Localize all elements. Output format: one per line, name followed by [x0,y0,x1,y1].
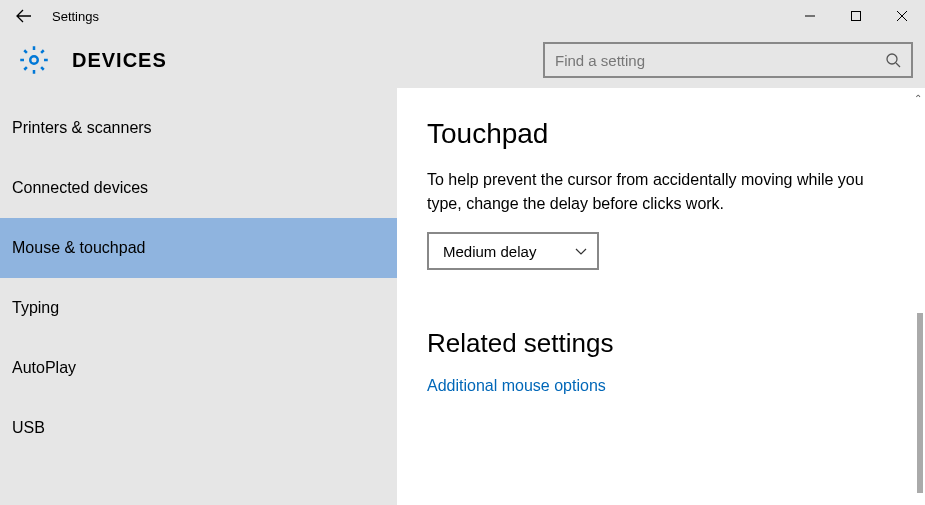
svg-rect-0 [852,12,861,21]
gear-icon [19,45,49,75]
sidebar-item-label: USB [12,419,45,437]
search-icon [885,52,901,68]
minimize-icon [805,11,815,21]
sidebar: Printers & scanners Connected devices Mo… [0,88,397,505]
sidebar-item-usb[interactable]: USB [0,398,397,458]
page-title: DEVICES [72,49,167,72]
sidebar-item-connected-devices[interactable]: Connected devices [0,158,397,218]
delay-dropdown[interactable]: Medium delay [427,232,599,270]
section-description: To help prevent the cursor from accident… [427,168,867,216]
sidebar-item-mouse-touchpad[interactable]: Mouse & touchpad [0,218,397,278]
scroll-up-arrow-icon[interactable]: ⌃ [914,93,922,104]
sidebar-item-typing[interactable]: Typing [0,278,397,338]
maximize-button[interactable] [833,0,879,32]
search-input[interactable] [555,52,885,69]
window-title: Settings [52,9,99,24]
additional-mouse-options-link[interactable]: Additional mouse options [427,377,895,395]
sidebar-item-label: AutoPlay [12,359,76,377]
related-settings-title: Related settings [427,328,895,359]
scrollbar-thumb[interactable] [917,313,923,493]
sidebar-item-label: Connected devices [12,179,148,197]
sidebar-item-printers[interactable]: Printers & scanners [0,98,397,158]
dropdown-value: Medium delay [443,243,536,260]
sidebar-item-label: Mouse & touchpad [12,239,145,257]
close-icon [897,11,907,21]
maximize-icon [851,11,861,21]
content-pane: Touchpad To help prevent the cursor from… [397,88,925,505]
svg-point-1 [30,56,38,64]
scrollbar[interactable]: ⌃ [913,88,925,505]
svg-point-2 [887,54,897,64]
section-title: Touchpad [427,118,895,150]
close-button[interactable] [879,0,925,32]
back-button[interactable] [0,0,48,32]
sidebar-item-autoplay[interactable]: AutoPlay [0,338,397,398]
sidebar-item-label: Typing [12,299,59,317]
back-arrow-icon [16,8,32,24]
search-box[interactable] [543,42,913,78]
sidebar-item-label: Printers & scanners [12,119,152,137]
chevron-down-icon [575,245,587,257]
minimize-button[interactable] [787,0,833,32]
